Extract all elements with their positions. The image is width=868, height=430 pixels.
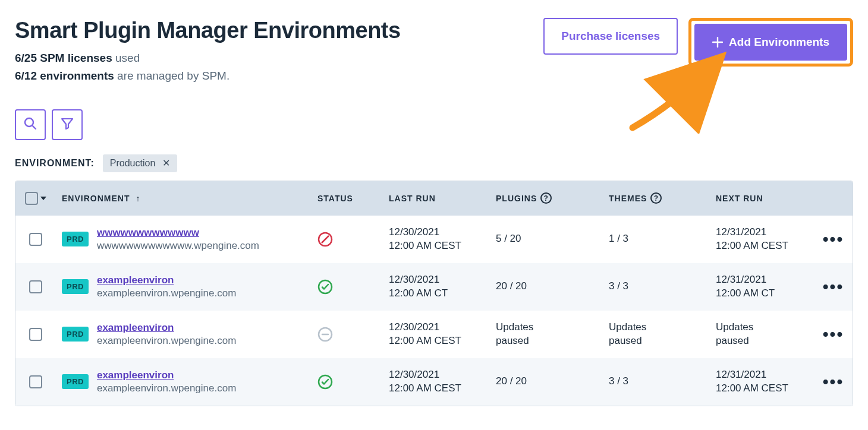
table-row: PRDexampleenvironexampleenviron.wpengine… <box>15 263 853 311</box>
search-button[interactable] <box>15 109 46 140</box>
add-environments-label: Add Environments <box>729 36 829 49</box>
last-run-value: 12/30/202112:00 AM CEST <box>389 368 484 396</box>
row-checkbox[interactable] <box>29 233 42 246</box>
col-last-run[interactable]: LAST RUN <box>383 194 490 203</box>
row-actions-menu[interactable]: ••• <box>823 325 844 344</box>
env-badge: PRD <box>62 232 89 246</box>
table-row: PRDwwwwwwwwwwwwwwwwwwwwwwwwww.wpengine.c… <box>15 216 853 263</box>
row-checkbox[interactable] <box>29 328 42 341</box>
env-badge: PRD <box>62 374 89 389</box>
environment-url: exampleenviron.wpengine.com <box>97 287 236 299</box>
environments-table: ENVIRONMENT ↑ STATUS LAST RUN PLUGINS ? … <box>15 181 853 406</box>
page-title: Smart Plugin Manager Environments <box>15 18 401 43</box>
status-paused-icon <box>317 327 377 342</box>
environment-link[interactable]: wwwwwwwwwwwww <box>97 227 259 239</box>
next-run-value: Updatespaused <box>716 321 808 348</box>
plugins-value: 20 / 20 <box>496 375 527 388</box>
environments-count: 6/12 environments <box>15 69 114 82</box>
environment-url: wwwwwwwwwwwww.wpengine.com <box>97 240 259 252</box>
status-ok-icon <box>317 279 377 295</box>
help-icon[interactable]: ? <box>650 192 662 204</box>
last-run-value: 12/30/202112:00 AM CEST <box>389 321 484 348</box>
col-themes[interactable]: THEMES ? <box>603 192 710 204</box>
environment-url: exampleenviron.wpengine.com <box>97 382 236 394</box>
env-badge: PRD <box>62 327 89 342</box>
select-all-checkbox[interactable] <box>25 192 38 205</box>
themes-value: Updatespaused <box>609 321 646 348</box>
next-run-value: 12/31/202112:00 AM CEST <box>716 226 808 253</box>
filter-icon <box>60 116 74 133</box>
row-actions-menu[interactable]: ••• <box>823 372 844 391</box>
environments-stat: 6/12 environments are managed by SPM. <box>15 67 401 85</box>
next-run-value: 12/31/202112:00 AM CEST <box>716 368 808 396</box>
table-row: PRDexampleenvironexampleenviron.wpengine… <box>15 311 853 358</box>
table-header: ENVIRONMENT ↑ STATUS LAST RUN PLUGINS ? … <box>15 181 853 216</box>
help-icon[interactable]: ? <box>540 192 552 204</box>
row-actions-menu[interactable]: ••• <box>823 277 844 296</box>
col-status[interactable]: STATUS <box>312 194 383 203</box>
environment-url: exampleenviron.wpengine.com <box>97 335 236 347</box>
licenses-count: 6/25 SPM licenses <box>15 52 112 64</box>
themes-value: 1 / 3 <box>609 232 628 246</box>
row-checkbox[interactable] <box>29 280 42 293</box>
add-environments-highlight: Add Environments <box>688 18 853 67</box>
caret-down-icon[interactable] <box>40 197 46 200</box>
environment-link[interactable]: exampleenviron <box>97 369 236 381</box>
last-run-value: 12/30/202112:00 AM CT <box>389 273 484 301</box>
col-next-run[interactable]: NEXT RUN <box>710 194 814 203</box>
col-plugins[interactable]: PLUGINS ? <box>490 192 603 204</box>
row-actions-menu[interactable]: ••• <box>823 230 844 249</box>
filter-button[interactable] <box>52 109 83 140</box>
table-row: PRDexampleenvironexampleenviron.wpengine… <box>15 358 853 406</box>
search-icon <box>23 116 37 133</box>
row-checkbox[interactable] <box>29 375 42 388</box>
themes-value: 3 / 3 <box>609 280 628 293</box>
next-run-value: 12/31/202112:00 AM CT <box>716 273 808 301</box>
plugins-value: 20 / 20 <box>496 280 527 293</box>
env-badge: PRD <box>62 279 89 294</box>
licenses-stat: 6/25 SPM licenses used <box>15 49 401 67</box>
status-error-icon <box>317 232 377 247</box>
plugins-value: Updatespaused <box>496 321 533 348</box>
last-run-value: 12/30/202112:00 AM CEST <box>389 226 484 253</box>
close-icon[interactable]: ✕ <box>162 159 170 168</box>
themes-value: 3 / 3 <box>609 375 628 388</box>
col-environment[interactable]: ENVIRONMENT ↑ <box>56 194 312 203</box>
filter-chip-label: Production <box>110 158 156 169</box>
sort-asc-icon: ↑ <box>136 194 140 203</box>
purchase-licenses-button[interactable]: Purchase licenses <box>543 18 678 55</box>
environment-link[interactable]: exampleenviron <box>97 274 236 286</box>
plus-icon <box>712 37 723 48</box>
filter-label: ENVIRONMENT: <box>15 158 95 169</box>
add-environments-button[interactable]: Add Environments <box>694 24 847 61</box>
environment-link[interactable]: exampleenviron <box>97 322 236 334</box>
plugins-value: 5 / 20 <box>496 232 521 246</box>
svg-line-3 <box>322 236 329 243</box>
svg-line-1 <box>33 125 36 129</box>
filter-chip-production[interactable]: Production ✕ <box>103 154 178 172</box>
status-ok-icon <box>317 374 377 390</box>
